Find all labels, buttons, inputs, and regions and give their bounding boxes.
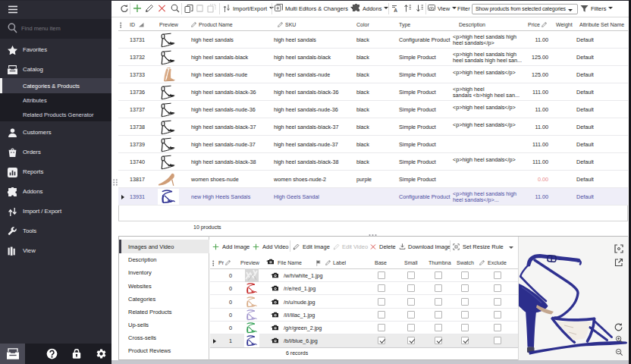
svg-text:A: A (394, 8, 397, 13)
